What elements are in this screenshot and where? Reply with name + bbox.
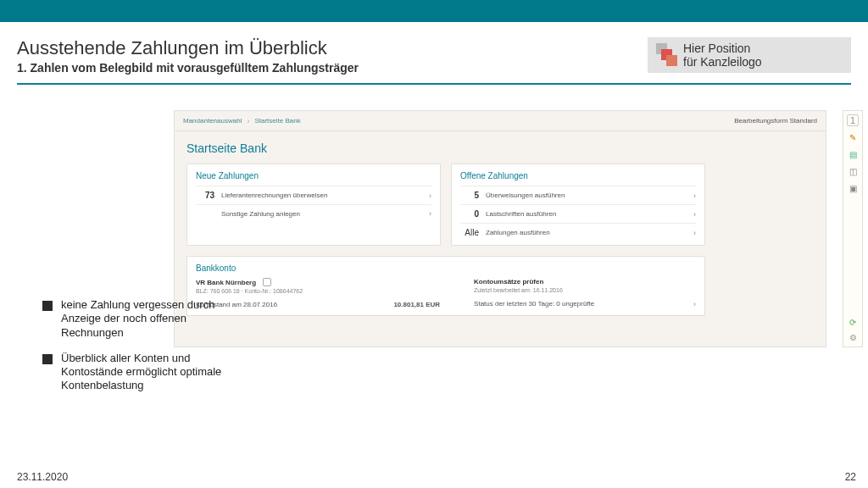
bankkonto-right[interactable]: Kontoumsätze prüfen Zuletzt bearbeitet a… [474, 278, 696, 308]
row-label: Lastschriften ausführen [484, 210, 686, 218]
bank-name: VR Bank Nürnberg [196, 279, 256, 286]
card-title-neue: Neue Zahlungen [196, 171, 431, 180]
header-divider [17, 83, 851, 85]
gear-icon[interactable]: ⚙ [847, 331, 859, 343]
row-alle[interactable]: Alle Zahlungen ausführen › [460, 223, 696, 241]
bullet-1: keine Zahlung vergessen durch Anzeige de… [42, 298, 242, 340]
kontostand-value: 10.801,81 EUR [393, 301, 440, 308]
side-toolbar: 1 ✎ ▤ ◫ ▣ ⟳ ⚙ [843, 110, 863, 347]
card-offene-zahlungen: Offene Zahlungen 5 Überweisungen ausführ… [451, 164, 705, 246]
row-count: 0 [460, 209, 484, 219]
chevron-right-icon: › [686, 229, 696, 237]
logo-squares-icon [653, 41, 678, 69]
umsaetze-title: Kontoumsätze prüfen [474, 278, 543, 286]
chevron-right-icon: › [686, 300, 696, 308]
row-label: Überweisungen ausführen [484, 191, 686, 199]
title-block: Ausstehende Zahlungen im Überblick 1. Za… [17, 37, 359, 75]
umsaetze-status: Status der letzten 30 Tage: 0 ungeprüfte [474, 300, 594, 308]
umsaetze-detail: Zuletzt bearbeitet am: 16.11.2016 [474, 287, 696, 293]
footer-page: 22 [845, 471, 856, 483]
slide-footer: 23.11.2020 22 [17, 471, 856, 483]
chevron-right-icon: › [421, 191, 431, 200]
panel-icon[interactable]: ▣ [847, 182, 859, 194]
row-label: Lieferantenrechnungen überweisen [220, 191, 421, 199]
row-label: Sonstige Zahlung anlegen [220, 210, 421, 218]
row-count: Alle [460, 228, 484, 237]
edit-mode-label: Bearbeitungsform Standard [734, 117, 817, 125]
bullet-1-text: keine Zahlung vergessen durch Anzeige de… [61, 298, 242, 340]
footer-date: 23.11.2020 [17, 471, 68, 483]
card-neue-zahlungen: Neue Zahlungen 73 Lieferantenrechnungen … [186, 164, 441, 246]
bullet-square-icon [42, 301, 53, 311]
logo-text: Hier Positionfür Kanzleilogo [683, 42, 762, 69]
bank-chip-icon[interactable] [263, 278, 271, 286]
row-sonstige[interactable]: Sonstige Zahlung anlegen › [196, 204, 431, 222]
chevron-right-icon: › [686, 210, 696, 219]
row-count: 73 [196, 191, 220, 200]
page-title: Ausstehende Zahlungen im Überblick [17, 37, 359, 59]
app-screenshot-panel: Mandantenauswahl › Startseite Bank Bearb… [174, 110, 826, 347]
chevron-right-icon: › [247, 117, 249, 125]
card-title-offene: Offene Zahlungen [460, 171, 696, 180]
breadcrumb-item-1[interactable]: Mandantenauswahl [183, 117, 242, 125]
refresh-icon[interactable]: ⟳ [847, 316, 859, 328]
bank-page-title: Startseite Bank [175, 131, 826, 164]
card-title-bankkonto: Bankkonto [196, 263, 696, 273]
bullet-list: keine Zahlung vergessen durch Anzeige de… [42, 298, 242, 405]
bank-detail: BLZ: 760 606 18 · Konto-Nr.: 108644762 [196, 288, 440, 294]
chevron-right-icon: › [421, 209, 431, 218]
bullet-square-icon [42, 354, 53, 364]
header-row: Ausstehende Zahlungen im Überblick 1. Za… [0, 22, 868, 78]
row-lieferanten[interactable]: 73 Lieferantenrechnungen überweisen › [196, 186, 431, 204]
chart-icon[interactable]: ◫ [847, 165, 859, 177]
note-icon[interactable]: ✎ [847, 131, 859, 143]
breadcrumb-item-2[interactable]: Startseite Bank [254, 117, 300, 125]
bullet-2-text: Überblick aller Konten und Kontostände e… [61, 352, 242, 393]
row-lastschriften[interactable]: 0 Lastschriften ausführen › [460, 204, 696, 223]
chevron-right-icon: › [686, 191, 696, 200]
card-bankkonto: Bankkonto VR Bank Nürnberg BLZ: 760 606 … [186, 256, 705, 316]
page-subtitle: 1. Zahlen vom Belegbild mit vorausgefüll… [17, 61, 359, 75]
cards-row: Neue Zahlungen 73 Lieferantenrechnungen … [175, 164, 826, 246]
doc-icon[interactable]: ▤ [847, 148, 859, 160]
bullet-2: Überblick aller Konten und Kontostände e… [42, 352, 242, 393]
row-count: 5 [460, 191, 484, 200]
slide-top-bar [0, 0, 868, 22]
row-label: Zahlungen ausführen [484, 229, 686, 236]
tool-icon-1[interactable]: 1 [847, 114, 859, 126]
breadcrumb-bar: Mandantenauswahl › Startseite Bank Bearb… [175, 111, 826, 131]
row-ueberweisungen[interactable]: 5 Überweisungen ausführen › [460, 186, 696, 204]
logo-placeholder: Hier Positionfür Kanzleilogo [648, 37, 851, 73]
